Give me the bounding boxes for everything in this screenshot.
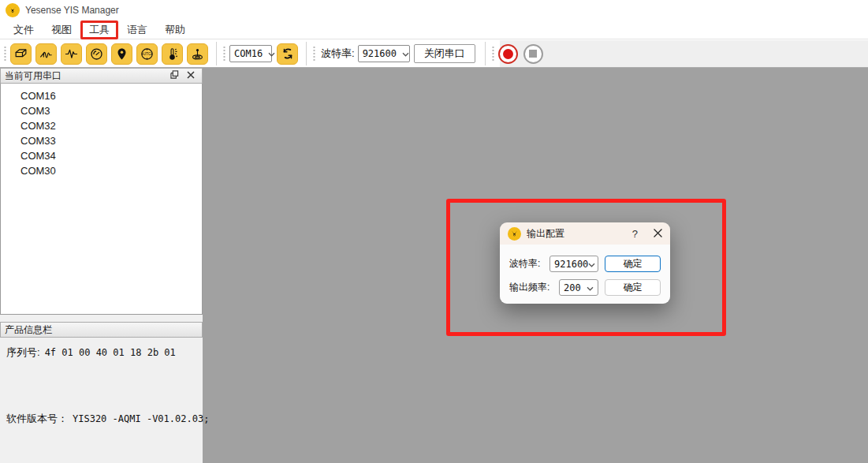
baud-rate-label: 波特率: <box>321 47 355 61</box>
software-version-row: 软件版本号： YIS320 -AQMI -V01.02.03; <box>6 412 196 426</box>
serial-number-row: 序列号: 4f 01 00 40 01 18 2b 01 <box>6 345 196 360</box>
dialog-baud-rate-select[interactable]: 921600 <box>549 256 598 272</box>
ports-panel-header: 当前可用串口 <box>0 68 203 84</box>
product-panel-header: 产品信息栏 <box>0 322 203 338</box>
stop-icon <box>529 50 537 58</box>
dialog-output-rate-select[interactable]: 200 <box>559 279 598 296</box>
dialog-baud-rate-label: 波特率: <box>509 257 540 271</box>
product-info-area: 序列号: 4f 01 00 40 01 18 2b 01 软件版本号： YIS3… <box>0 338 203 463</box>
menu-item-language[interactable]: 语言 <box>118 21 156 39</box>
dialog-title: 输出配置 <box>527 227 564 241</box>
confirm-output-rate-button[interactable]: 确定 <box>605 279 661 296</box>
confirm-baud-button[interactable]: 确定 <box>605 256 661 272</box>
serial-number-value: 4f 01 00 40 01 18 2b 01 <box>45 347 176 358</box>
close-panel-icon[interactable] <box>187 70 195 81</box>
toolbar-grip[interactable] <box>3 45 7 62</box>
tool-button-attitude[interactable] <box>187 43 208 65</box>
port-item-com32[interactable]: COM32 <box>1 118 202 133</box>
output-rate-row: 输出频率: 200 确定 <box>509 279 661 296</box>
gauge-icon <box>89 47 104 62</box>
menu-item-view[interactable]: 视图 <box>43 21 80 39</box>
port-item-com16[interactable]: COM16 <box>1 88 202 103</box>
baud-rate-select[interactable]: 921600 <box>358 45 410 62</box>
tool-button-3d-view[interactable] <box>10 43 32 65</box>
menu-item-file[interactable]: 文件 <box>5 21 43 39</box>
port-item-com33[interactable]: COM33 <box>1 133 202 148</box>
menu-item-help[interactable]: 帮助 <box>156 21 194 39</box>
serial-number-label: 序列号: <box>6 345 40 360</box>
baud-rate-row: 波特率: 921600 确定 <box>509 256 661 272</box>
close-serial-button[interactable]: 关闭串口 <box>414 44 475 63</box>
toolbar-grip[interactable] <box>312 45 316 62</box>
dialog-body: 波特率: 921600 确定 输出频率: 200 确定 <box>500 245 670 304</box>
dialog-title-bar[interactable]: 输出配置 ? <box>500 222 670 245</box>
thermometer-icon <box>165 47 180 62</box>
port-item-com30[interactable]: COM30 <box>1 163 202 178</box>
float-panel-icon[interactable] <box>170 70 179 81</box>
tool-button-gauge[interactable] <box>86 43 107 65</box>
product-panel-title: 产品信息栏 <box>5 323 52 337</box>
pulse-waveform-icon <box>64 47 79 62</box>
com-port-select[interactable]: COM16 <box>229 45 272 62</box>
dialog-logo-icon <box>508 227 521 241</box>
record-button[interactable] <box>498 44 518 64</box>
utc-clock-icon: UTC <box>140 47 155 62</box>
chevron-down-icon <box>402 48 409 59</box>
chevron-down-icon <box>588 259 595 270</box>
tool-button-angle-waveform[interactable] <box>35 43 57 65</box>
software-version-value: YIS320 -AQMI -V01.02.03; <box>73 413 209 424</box>
tool-button-temperature[interactable] <box>162 43 183 65</box>
record-icon <box>503 49 513 59</box>
toolbar-grip[interactable] <box>222 45 226 62</box>
refresh-icon <box>281 47 295 61</box>
dialog-help-button[interactable]: ? <box>628 228 643 240</box>
menu-bar: 文件 视图 工具 语言 帮助 <box>0 21 868 39</box>
tool-button-pulse-waveform[interactable] <box>61 43 82 65</box>
software-version-label: 软件版本号： <box>6 412 68 426</box>
port-item-com3[interactable]: COM3 <box>1 103 202 118</box>
title-bar: Yesense YIS Manager <box>0 0 868 21</box>
angle-waveform-icon <box>39 47 54 62</box>
refresh-ports-button[interactable] <box>277 43 298 65</box>
toolbar-separator <box>306 42 307 65</box>
output-config-dialog: 输出配置 ? 波特率: 921600 确定 输出频率: 200 确定 <box>500 222 670 304</box>
menu-item-tools[interactable]: 工具 <box>80 21 118 39</box>
sidebar: 当前可用串口 COM16 COM3 COM32 COM33 COM34 COM3… <box>0 68 203 463</box>
tool-button-utc-time[interactable]: UTC <box>136 43 158 65</box>
dialog-close-button[interactable] <box>654 226 662 241</box>
location-pin-icon <box>114 47 129 62</box>
port-item-com34[interactable]: COM34 <box>1 148 202 163</box>
app-window: { "window": { "title": "Yesense YIS Mana… <box>0 0 868 463</box>
dialog-output-rate-label: 输出频率: <box>509 281 549 294</box>
toolbar: UTC COM16 波特率: 921600 关闭串口 <box>0 40 868 68</box>
attitude-probe-icon <box>190 47 205 62</box>
chevron-down-icon <box>587 282 594 293</box>
cube-3d-icon <box>13 47 28 62</box>
tool-button-location[interactable] <box>111 43 132 65</box>
ports-list: COM16 COM3 COM32 COM33 COM34 COM30 <box>0 84 203 315</box>
svg-text:UTC: UTC <box>143 52 151 56</box>
toolbar-separator <box>216 42 217 65</box>
ports-panel-title: 当前可用串口 <box>5 69 61 83</box>
app-title: Yesense YIS Manager <box>25 5 119 16</box>
toolbar-grip[interactable] <box>491 45 495 62</box>
app-logo-icon <box>6 3 20 17</box>
chevron-down-icon <box>268 48 275 59</box>
toolbar-separator <box>485 42 486 65</box>
close-icon <box>654 226 662 241</box>
stop-button[interactable] <box>523 44 543 64</box>
